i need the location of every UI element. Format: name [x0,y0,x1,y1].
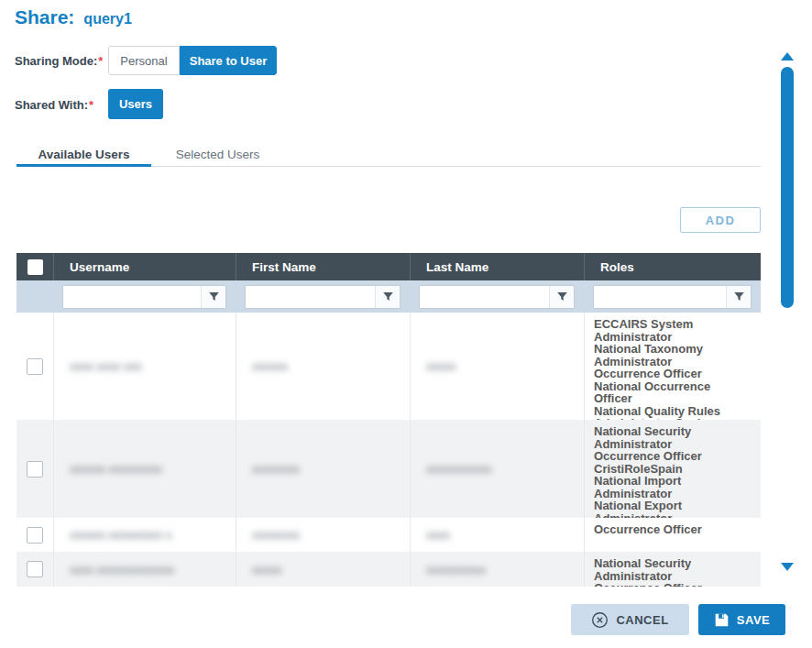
select-all-checkbox[interactable] [27,259,43,275]
username-cell: xxxx xxxx xxx [53,313,236,420]
table-row: xxxxxx xxxxxxxxx xxxxxxxxxxxxxOccurrence… [16,518,761,552]
role-item: National Quality Rules Administrator Spa… [594,405,752,421]
role-item: National Security Administrator [594,557,752,582]
row-checkbox[interactable] [27,561,43,577]
filter-cell-last-name [410,280,584,313]
table-row: xxxx xxxxxxxxxxxxxxxxxxxxxxxxxxxxNationa… [16,552,761,587]
users-button[interactable]: Users [108,89,163,119]
scrollbar-thumb[interactable] [781,67,794,308]
active-tab-underline [16,164,151,167]
role-item: National Occurrence Officer [594,380,752,405]
filter-cell-first-name [236,280,410,313]
roles-cell: Occurrence Officer [584,518,761,552]
share-to-user-button[interactable]: Share to User [180,46,277,75]
filter-row [16,280,761,313]
shared-with-label: Shared With:* [15,98,93,112]
filter-spacer-cell [16,280,53,313]
roles-cell: ECCAIRS System AdministratorNational Tax… [584,313,761,420]
funnel-icon[interactable] [375,286,400,308]
filter-group [593,285,752,309]
add-button[interactable]: ADD [680,207,761,233]
save-button-label: SAVE [737,613,770,627]
redacted-text: xxxxxxxxxxx [426,462,492,476]
last-name-cell: xxxx [410,518,584,552]
role-item: National Security Administrator [594,425,752,450]
filter-cell-username [53,280,236,313]
redacted-text: xxxx [426,528,450,542]
sharing-mode-toggle: Personal Share to User [108,46,277,75]
filter-input-username[interactable] [63,286,201,308]
personal-button[interactable]: Personal [108,46,180,75]
table-header: UsernameFirst NameLast NameRoles [16,253,761,280]
username-cell: xxxxxx xxxxxxxxx [53,420,236,518]
sharing-mode-label: Sharing Mode:* [15,54,103,68]
redacted-text: xxxxxx [252,359,288,373]
required-asterisk: * [89,98,93,112]
select-all-cell [16,253,53,280]
redacted-text: xxxxxxxx [252,528,300,542]
filter-group [245,285,401,309]
redacted-text: xxxxx [252,563,282,577]
scrollbar-up-arrow-icon[interactable] [781,52,794,60]
floppy-disk-icon [714,612,730,628]
first-name-cell: xxxxx [236,552,410,587]
last-name-cell: xxxxxxxxxx [410,552,584,587]
required-asterisk: * [98,54,103,68]
table-row: xxxx xxxx xxxxxxxxxxxxxxECCAIRS System A… [16,313,761,420]
role-item: Occurrence Officer [594,523,752,536]
role-item: Occurrence Officer [594,582,752,587]
role-item: Occurrence Officer [594,368,752,380]
role-item: Occurrence Officer [594,450,752,463]
column-header-last-name: Last Name [410,253,584,280]
available-users-table: UsernameFirst NameLast NameRoles xxxx xx… [16,253,761,587]
cancel-button-label: CANCEL [616,613,668,627]
table-body: xxxx xxxx xxxxxxxxxxxxxxECCAIRS System A… [16,313,761,587]
filter-input-first-name[interactable] [246,286,375,308]
last-name-cell: xxxxx [410,313,584,420]
role-item: CristiRoleSpain [594,463,752,476]
column-header-username: Username [53,253,236,280]
share-dialog: Share: query1 Sharing Mode:* Personal Sh… [0,0,812,648]
username-cell: xxxx xxxxxxxxxxxxx [53,552,236,587]
save-button[interactable]: SAVE [698,604,785,635]
page-title: Share: query1 [15,6,132,28]
username-cell: xxxxxx xxxxxxxxx x [53,518,236,552]
row-checkbox[interactable] [27,527,43,544]
column-header-roles: Roles [584,253,761,280]
funnel-icon[interactable] [201,286,225,308]
filter-group [62,285,226,309]
row-checkbox[interactable] [27,461,43,478]
query-name: query1 [83,11,131,27]
first-name-cell: xxxxxx [236,313,410,420]
redacted-text: xxxxx [426,359,456,373]
scrollbar-down-arrow-icon[interactable] [781,563,794,571]
cancel-button[interactable]: CANCEL [571,604,689,635]
column-header-first-name: First Name [236,253,410,280]
table-row: xxxxxx xxxxxxxxxxxxxxxxxxxxxxxxxxxxNatio… [16,420,761,518]
filter-input-roles[interactable] [594,286,726,308]
circle-x-icon [591,611,609,629]
funnel-icon[interactable] [726,286,751,308]
row-checkbox-cell [16,552,53,587]
tab-available-users[interactable]: Available Users [16,142,151,166]
redacted-text: xxxxxxxx [252,462,300,476]
row-checkbox-cell [16,420,53,518]
redacted-text: xxxxxx xxxxxxxxx [70,462,162,476]
first-name-cell: xxxxxxxx [236,420,410,518]
filter-cell-roles [584,280,761,313]
filter-input-last-name[interactable] [420,286,549,308]
redacted-text: xxxxxxxxxx [426,563,486,577]
last-name-cell: xxxxxxxxxxx [410,420,584,518]
role-item: National Import Administrator [594,475,752,500]
row-checkbox[interactable] [27,358,43,375]
tab-selected-users[interactable]: Selected Users [151,142,284,166]
row-checkbox-cell [16,313,53,420]
role-item: National Taxonomy Administrator [594,343,752,368]
row-checkbox-cell [16,518,53,552]
funnel-icon[interactable] [549,286,574,308]
role-item: National Export Administrator [594,500,752,518]
first-name-cell: xxxxxxxx [236,518,410,552]
page-title-label: Share: [15,6,74,28]
roles-cell: National Security AdministratorOccurrenc… [584,420,761,518]
redacted-text: xxxxxx xxxxxxxxx x [70,528,171,542]
